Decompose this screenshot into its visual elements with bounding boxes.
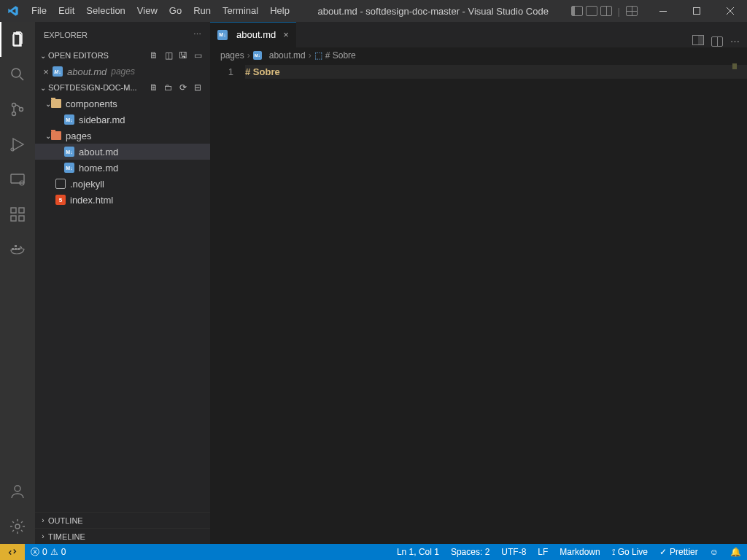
- toggle-panel-bottom-icon[interactable]: [586, 6, 597, 16]
- chevron-right-icon: ›: [247, 50, 250, 61]
- menu-terminal[interactable]: Terminal: [217, 0, 264, 22]
- close-editor-icon[interactable]: ×: [39, 66, 53, 77]
- svg-point-4: [12, 112, 16, 116]
- broadcast-icon: ⟟: [612, 547, 615, 557]
- status-cursor[interactable]: Ln 1, Col 1: [391, 544, 445, 560]
- open-preview-icon[interactable]: [692, 35, 704, 47]
- status-prettier[interactable]: ✓Prettier: [654, 544, 704, 560]
- customize-layout-icon[interactable]: [626, 6, 638, 16]
- menu-go[interactable]: Go: [163, 0, 187, 22]
- tab-about-md[interactable]: M↓ about.md ×: [210, 22, 297, 47]
- markdown-file-icon: M↓: [253, 51, 262, 60]
- file-sidebar-md[interactable]: M↓ sidebar.md: [35, 112, 210, 128]
- menu-selection[interactable]: Selection: [80, 0, 131, 22]
- explorer-icon[interactable]: [0, 22, 35, 57]
- toggle-panel-left-icon[interactable]: [571, 6, 583, 16]
- menu-edit[interactable]: Edit: [53, 0, 80, 22]
- refresh-icon[interactable]: ⟳: [178, 82, 188, 93]
- close-tab-icon[interactable]: ×: [283, 29, 289, 40]
- minimap[interactable]: [732, 63, 737, 69]
- file-nojekyll[interactable]: .nojekyll: [35, 176, 210, 192]
- layout-controls: |: [571, 6, 638, 17]
- source-control-icon[interactable]: [0, 92, 35, 127]
- chevron-right-icon: ›: [38, 516, 48, 524]
- status-golive[interactable]: ⟟Go Live: [606, 544, 654, 560]
- folder-pages[interactable]: ⌄ pages: [35, 128, 210, 144]
- file-index-html[interactable]: 5 index.html: [35, 192, 210, 208]
- file-label: sidebar.md: [79, 114, 125, 125]
- svg-rect-0: [659, 11, 667, 12]
- chevron-down-icon: ⌄: [45, 132, 51, 140]
- folder-label: pages: [66, 131, 91, 141]
- outline-section[interactable]: › OUTLINE: [35, 512, 210, 528]
- open-editors-section[interactable]: ⌄ OPEN EDITORS 🗎 ◫ 🖫 ▭: [35, 47, 210, 63]
- menu-run[interactable]: Run: [187, 0, 217, 22]
- extensions-icon[interactable]: [0, 197, 35, 232]
- breadcrumb-item[interactable]: # Sobre: [325, 50, 356, 61]
- new-file-icon[interactable]: 🗎: [149, 82, 159, 93]
- tab-label: about.md: [236, 29, 276, 40]
- folder-components[interactable]: ⌄ components: [35, 96, 210, 112]
- remote-explorer-icon[interactable]: [0, 162, 35, 197]
- breadcrumb-item[interactable]: about.md: [269, 50, 306, 61]
- svg-point-18: [15, 524, 20, 529]
- more-actions-icon[interactable]: ⋯: [730, 36, 740, 47]
- outline-label: OUTLINE: [48, 516, 83, 525]
- workspace-section[interactable]: ⌄ SOFTDESIGN-DOC-M... 🗎 🗀 ⟳ ⊟: [35, 79, 210, 96]
- status-language[interactable]: Markdown: [554, 544, 605, 560]
- file-about-md[interactable]: M↓ about.md: [35, 144, 210, 160]
- run-debug-icon[interactable]: [0, 127, 35, 162]
- file-label: about.md: [79, 147, 118, 158]
- open-editor-item[interactable]: × M↓ about.md pages: [35, 63, 210, 79]
- status-feedback-icon[interactable]: ☺: [704, 544, 724, 560]
- code-editor[interactable]: 1 # Sobre: [210, 63, 747, 544]
- remote-indicator[interactable]: [0, 544, 25, 560]
- status-eol[interactable]: LF: [532, 544, 554, 560]
- menu-bar: File Edit Selection View Go Run Terminal…: [26, 0, 295, 22]
- minimize-button[interactable]: [646, 0, 680, 22]
- close-all-icon[interactable]: ▭: [193, 50, 203, 61]
- folder-icon: [51, 131, 61, 140]
- sidebar-title: EXPLORER ⋯: [35, 22, 210, 47]
- breadcrumb-item[interactable]: pages: [220, 50, 244, 61]
- file-home-md[interactable]: M↓ home.md: [35, 160, 210, 176]
- search-icon[interactable]: [0, 57, 35, 92]
- close-button[interactable]: [713, 0, 747, 22]
- docker-icon[interactable]: [0, 232, 35, 267]
- sidebar-more-icon[interactable]: ⋯: [193, 30, 201, 39]
- check-icon: ✓: [659, 547, 667, 557]
- breadcrumbs[interactable]: pages › M↓ about.md › ⬚ # Sobre: [210, 47, 747, 63]
- maximize-button[interactable]: [680, 0, 713, 22]
- svg-point-3: [12, 104, 16, 107]
- account-icon[interactable]: [0, 474, 35, 509]
- open-editors-label: OPEN EDITORS: [48, 51, 109, 60]
- new-folder-icon[interactable]: 🗀: [163, 82, 174, 93]
- settings-gear-icon[interactable]: [0, 509, 35, 544]
- timeline-section[interactable]: › TIMELINE: [35, 528, 210, 544]
- status-bell-icon[interactable]: 🔔: [724, 544, 747, 560]
- menu-view[interactable]: View: [131, 0, 163, 22]
- file-tree: ⌄ components M↓ sidebar.md ⌄ pages M↓ ab…: [35, 96, 210, 512]
- open-editor-path: pages: [111, 66, 135, 77]
- error-icon: ⓧ: [31, 546, 39, 559]
- menu-help[interactable]: Help: [264, 0, 295, 22]
- collapse-all-icon[interactable]: ⊟: [193, 82, 203, 93]
- window-title: about.md - softdesign-doc-master - Visua…: [295, 6, 571, 17]
- status-errors[interactable]: ⓧ0 ⚠0: [25, 544, 71, 560]
- split-editor-icon[interactable]: [711, 36, 723, 47]
- save-all-icon[interactable]: 🖫: [178, 50, 188, 61]
- menu-file[interactable]: File: [26, 0, 53, 22]
- toggle-layout-icon[interactable]: ◫: [163, 50, 174, 61]
- markdown-file-icon: M↓: [64, 114, 74, 125]
- file-label: home.md: [79, 163, 118, 174]
- new-file-icon[interactable]: 🗎: [149, 50, 159, 61]
- markdown-file-icon: M↓: [64, 163, 74, 173]
- svg-rect-10: [11, 216, 16, 221]
- editor-area: M↓ about.md × ⋯ pages › M↓ about.md › ⬚ …: [210, 22, 747, 544]
- toggle-panel-right-icon[interactable]: [600, 6, 612, 16]
- status-encoding[interactable]: UTF-8: [495, 544, 532, 560]
- svg-point-5: [20, 108, 23, 112]
- status-spaces[interactable]: Spaces: 2: [445, 544, 495, 560]
- code-content[interactable]: # Sobre: [245, 63, 747, 544]
- chevron-down-icon: ⌄: [45, 100, 51, 108]
